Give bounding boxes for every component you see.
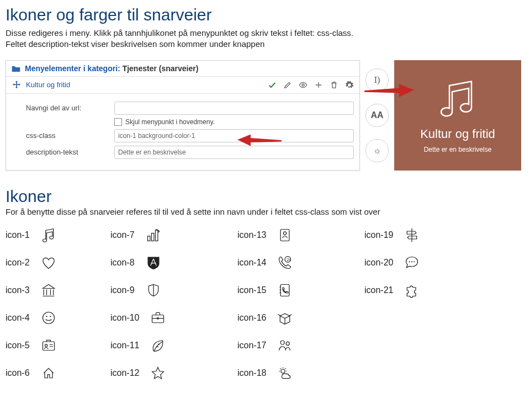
url-input[interactable] — [114, 102, 354, 115]
icon-18-label: icon-18 — [237, 368, 266, 378]
icon-4-cell: icon-4 — [6, 310, 110, 326]
red-arrow-top — [364, 82, 414, 99]
red-arrow-bottom — [237, 133, 282, 147]
id-card-icon — [277, 227, 293, 243]
category-prefix: Menyelementer i kategori: — [25, 64, 120, 73]
item-title[interactable]: Kultur og fritid — [26, 81, 268, 89]
icon-11-label: icon-11 — [110, 341, 139, 350]
intro-line-2: Feltet description-tekst viser beskrivel… — [6, 39, 264, 49]
svg-point-20 — [287, 342, 290, 345]
icon-19-cell: icon-19 — [364, 227, 475, 243]
icon-6-label: icon-6 — [6, 368, 30, 378]
svg-point-5 — [284, 231, 287, 234]
hide-checkbox-row[interactable]: Skjul menypunkt i hovedmeny. — [114, 118, 354, 126]
svg-point-13 — [46, 316, 47, 317]
screenshot-row: Menyelementer i kategori: Tjenester (sna… — [6, 60, 524, 171]
chart-icon — [146, 227, 161, 243]
svg-rect-3 — [155, 230, 157, 241]
icon-2-cell: icon-2 — [6, 255, 110, 270]
icon-13-cell: icon-13 — [237, 227, 364, 243]
chat-bubble-icon — [404, 255, 420, 270]
checkbox-icon[interactable] — [114, 118, 122, 126]
icon-3-cell: icon-3 — [6, 283, 110, 298]
icon-16-cell: icon-16 — [237, 310, 364, 326]
phonebook-icon — [277, 283, 293, 298]
desc-input[interactable]: Dette er en beskrivelse — [114, 146, 354, 159]
admin-header: Menyelementer i kategori: Tjenester (sna… — [6, 61, 359, 77]
puzzle-icon — [404, 283, 420, 298]
open-box-icon — [277, 310, 293, 326]
icon-1-cell: icon-1 — [6, 227, 110, 243]
people-icon — [277, 338, 293, 353]
weather-icon — [277, 365, 293, 381]
svg-point-0 — [302, 84, 304, 86]
icon-19-label: icon-19 — [364, 230, 393, 240]
svg-rect-2 — [151, 233, 153, 241]
svg-point-10 — [414, 261, 415, 262]
contrast-button[interactable]: ☼ — [365, 139, 389, 162]
page-title: Ikoner og farger til snarveier — [6, 6, 524, 24]
pencil-icon[interactable] — [283, 81, 292, 89]
icon-20-cell: icon-20 — [364, 255, 475, 270]
css-label: css-class — [26, 131, 109, 140]
music-icon — [41, 227, 56, 243]
css-input[interactable]: icon-1 background-color-1 — [114, 129, 354, 142]
icon-14-cell: icon-14 24 — [237, 255, 364, 270]
icon-15-cell: icon-15 — [237, 283, 364, 298]
gear-icon[interactable] — [345, 81, 354, 89]
tile-desc: Dette er en beskrivelse — [424, 146, 492, 153]
svg-rect-1 — [147, 236, 150, 241]
shield-icon — [146, 283, 161, 298]
svg-rect-11 — [281, 284, 290, 296]
icon-18-cell: icon-18 — [237, 365, 364, 381]
icon-4-label: icon-4 — [6, 313, 30, 323]
svg-point-12 — [43, 312, 54, 323]
check-icon[interactable] — [268, 81, 277, 89]
intro-line-1: Disse redigeres i meny. Klikk på tannhju… — [6, 28, 353, 38]
icon-17-label: icon-17 — [237, 341, 266, 350]
icon-7-cell: icon-7 — [110, 227, 237, 243]
side-buttons: I) AA ☼ — [365, 60, 389, 171]
icon-17-cell: icon-17 — [237, 338, 364, 353]
admin-panel: Menyelementer i kategori: Tjenester (sna… — [6, 60, 360, 171]
music-note-icon — [436, 77, 480, 121]
leaf-icon — [150, 338, 166, 353]
icon-6-cell: icon-6 — [6, 365, 110, 381]
svg-point-19 — [281, 341, 285, 344]
form-area: Navngi del av url: Skjul menypunkt i hov… — [6, 94, 359, 170]
icon-15-label: icon-15 — [237, 285, 266, 295]
svg-rect-4 — [281, 229, 290, 241]
shortcut-tile[interactable]: Kultur og fritid Dette er en beskrivelse — [394, 60, 521, 171]
bank-icon — [41, 283, 56, 298]
eye-icon[interactable] — [299, 81, 308, 89]
smiley-icon — [41, 310, 56, 326]
item-actions — [268, 81, 354, 89]
badge-id-icon — [41, 338, 56, 353]
icon-21-label: icon-21 — [364, 285, 393, 295]
category-name: Tjenester (snarveier) — [123, 64, 199, 73]
icon-8-label: icon-8 — [110, 258, 135, 268]
svg-point-9 — [411, 261, 412, 262]
icon-12-cell: icon-12 — [110, 365, 237, 381]
svg-point-18 — [45, 344, 47, 346]
svg-point-21 — [281, 369, 285, 373]
star-icon — [150, 365, 166, 381]
folder-icon — [12, 65, 20, 72]
icon-5-cell: icon-5 — [6, 338, 110, 353]
icon-9-cell: icon-9 — [110, 283, 237, 298]
item-bar: Kultur og fritid — [6, 77, 359, 94]
move-handle-icon[interactable] — [12, 80, 22, 90]
plus-icon[interactable] — [314, 81, 323, 89]
text-size-button[interactable]: AA — [365, 104, 389, 127]
desc-label: description-tekst — [26, 148, 109, 156]
icon-5-label: icon-5 — [6, 341, 30, 350]
url-label: Navngi del av url: — [26, 104, 109, 112]
icon-10-label: icon-10 — [110, 313, 139, 323]
trash-icon[interactable] — [330, 81, 338, 89]
signpost-icon — [404, 227, 420, 243]
icon-7-label: icon-7 — [110, 230, 135, 240]
svg-point-8 — [409, 261, 410, 262]
icon-12-label: icon-12 — [110, 368, 139, 378]
section-sub: For å benytte disse på snarveier referes… — [6, 207, 524, 216]
icon-10-cell: icon-10 — [110, 310, 237, 326]
